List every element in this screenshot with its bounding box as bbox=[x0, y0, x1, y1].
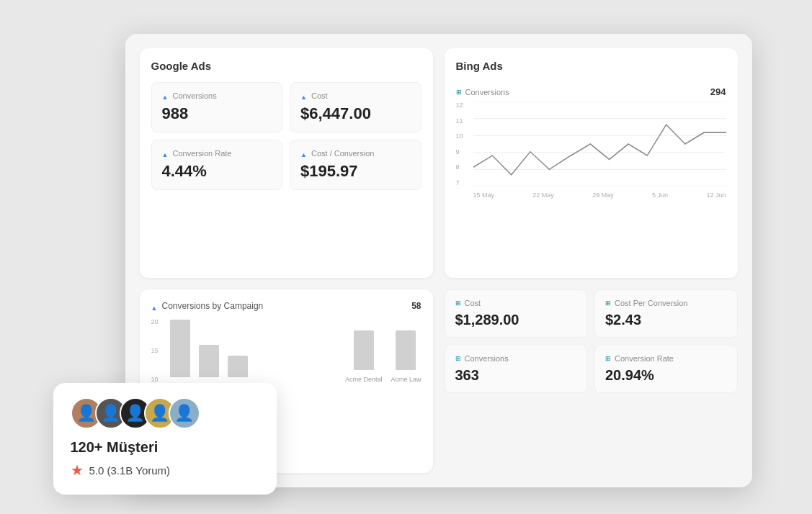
metric-cost-conv-label: Cost / Conversion bbox=[300, 149, 411, 158]
bing-conv-label: ⊞ Conversions bbox=[455, 354, 577, 363]
bar-group-2 bbox=[199, 345, 219, 383]
bing-line-chart: 12 11 10 9 8 7 .chart-line { fill: none;… bbox=[456, 102, 726, 202]
ga-icon-3 bbox=[162, 150, 169, 157]
campaigns-badge: 58 bbox=[411, 301, 421, 311]
bar-group-3 bbox=[228, 356, 248, 383]
bing-cost-label: ⊞ Cost bbox=[455, 299, 577, 307]
bar-2 bbox=[199, 345, 219, 377]
ga-icon-camp bbox=[151, 302, 159, 310]
bar-1 bbox=[170, 320, 190, 377]
bing-conv-rate-value: 20.94% bbox=[605, 367, 727, 384]
bing-ads-header: Bing Ads bbox=[456, 60, 726, 82]
bar-5-label: Acme Dental bbox=[345, 376, 383, 383]
metric-cost-value: $6,447.00 bbox=[300, 104, 411, 123]
line-chart-svg: .chart-line { fill: none; stroke: #888; … bbox=[473, 102, 726, 186]
bar-y-labels: 20 15 10 bbox=[151, 318, 164, 383]
metric-conv-rate-label: Conversion Rate bbox=[162, 149, 272, 158]
bing-ads-panel: Bing Ads ⊞ Conversions 294 12 11 10 9 8 … bbox=[445, 48, 738, 278]
metric-conversion-rate: Conversion Rate 4.44% bbox=[151, 140, 283, 190]
bing-icon-conv: ⊞ bbox=[455, 355, 461, 362]
bars-area: Acme Dental Acme Law bbox=[170, 318, 421, 383]
bar-6-label: Acme Law bbox=[391, 376, 421, 383]
campaigns-title: Conversions by Campaign bbox=[151, 301, 264, 311]
bing-conv-card: ⊞ Conversions 363 bbox=[445, 345, 588, 393]
customer-count: 120+ Müşteri bbox=[71, 439, 259, 456]
bing-conversions-label: ⊞ Conversions bbox=[456, 88, 509, 96]
rating-text: 5.0 (3.1B Yorum) bbox=[89, 464, 171, 477]
bing-cpc-label: ⊞ Cost Per Conversion bbox=[605, 299, 727, 307]
bing-conv-value: 363 bbox=[455, 367, 577, 384]
bing-cpc-value: $2.43 bbox=[605, 312, 727, 328]
bing-ads-title: Bing Ads bbox=[456, 60, 503, 72]
bing-ads-bottom-panel: ⊞ Cost $1,289.00 ⊞ Cost Per Conversion $… bbox=[445, 289, 738, 473]
campaigns-header: Conversions by Campaign 58 bbox=[151, 301, 421, 311]
ga-icon-2 bbox=[300, 92, 308, 99]
chart-svg-area: .chart-line { fill: none; stroke: #888; … bbox=[473, 102, 726, 186]
bing-cost-value: $1,289.00 bbox=[455, 312, 577, 328]
bing-bottom-row: ⊞ Conversions 363 ⊞ Conversion Rate 20.9… bbox=[445, 345, 738, 393]
metric-cost-per-conv: Cost / Conversion $195.97 bbox=[290, 140, 421, 190]
bar-6 bbox=[396, 330, 416, 370]
bing-conv-rate-card: ⊞ Conversion Rate 20.94% bbox=[594, 345, 738, 393]
chart-x-labels: 15 May 22 May 29 May 5 Jun 12 Jun bbox=[473, 188, 726, 202]
bing-icon-top: ⊞ bbox=[456, 89, 462, 96]
bing-icon-cost: ⊞ bbox=[455, 299, 461, 307]
metric-cost-label: Cost bbox=[300, 91, 411, 100]
bar-3 bbox=[228, 356, 248, 377]
avatar-5: 👤 bbox=[169, 397, 200, 429]
metric-conversions-value: 988 bbox=[162, 104, 272, 123]
social-card: 👤 👤 👤 👤 👤 120+ Müşteri ★ 5.0 (3.1B Yorum… bbox=[53, 383, 277, 495]
ga-icon-4 bbox=[300, 150, 308, 157]
bar-5 bbox=[354, 330, 374, 370]
bing-conv-rate-label: ⊞ Conversion Rate bbox=[605, 354, 727, 363]
google-ads-panel: Google Ads Conversions 988 Cost $6,447.0… bbox=[140, 48, 433, 278]
bing-conversions-value: 294 bbox=[710, 86, 726, 97]
metric-conversions: Conversions 988 bbox=[151, 82, 283, 132]
avatar-group: 👤 👤 👤 👤 👤 bbox=[71, 397, 259, 429]
metric-cost: Cost $6,447.00 bbox=[290, 82, 421, 132]
metric-conv-rate-value: 4.44% bbox=[162, 162, 272, 181]
metric-conversions-label: Conversions bbox=[162, 91, 272, 100]
bar-group-1 bbox=[170, 320, 190, 383]
bing-icon-cr: ⊞ bbox=[605, 355, 611, 362]
bar-group-6: Acme Law bbox=[391, 330, 421, 383]
rating-row: ★ 5.0 (3.1B Yorum) bbox=[71, 461, 259, 479]
bar-group-5: Acme Dental bbox=[345, 330, 383, 383]
bing-icon-cpc: ⊞ bbox=[605, 299, 611, 307]
google-ads-title: Google Ads bbox=[151, 60, 421, 72]
bing-cpc-card: ⊞ Cost Per Conversion $2.43 bbox=[594, 289, 738, 338]
ga-icon bbox=[162, 92, 169, 99]
google-ads-metrics: Conversions 988 Cost $6,447.00 Conversio… bbox=[151, 82, 421, 190]
metric-cost-conv-value: $195.97 bbox=[300, 162, 411, 181]
bing-top-row: ⊞ Cost $1,289.00 ⊞ Cost Per Conversion $… bbox=[445, 289, 738, 338]
chart-y-labels: 12 11 10 9 8 7 bbox=[456, 102, 470, 186]
star-icon: ★ bbox=[71, 461, 84, 479]
bing-cost-card: ⊞ Cost $1,289.00 bbox=[445, 289, 588, 338]
